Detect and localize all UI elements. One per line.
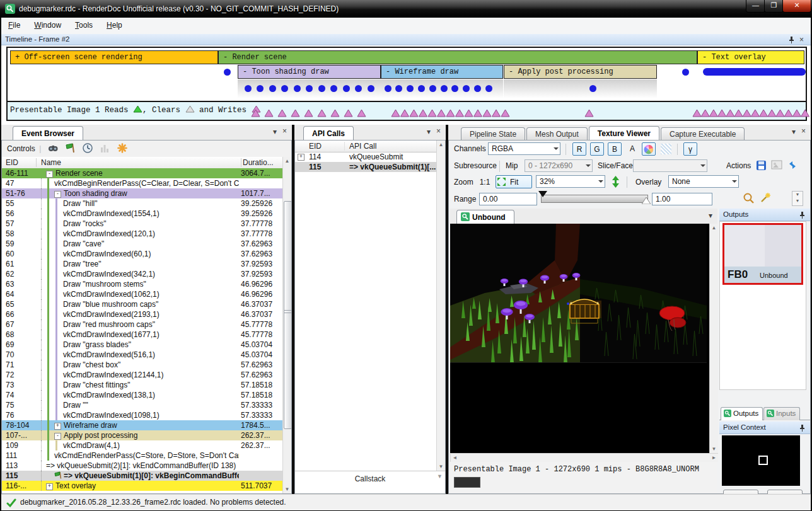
chevron-down-icon[interactable]: ▼ (437, 473, 443, 479)
channel-a-toggle[interactable]: A (625, 142, 639, 156)
open-image-icon[interactable] (771, 160, 782, 170)
event-row-67[interactable]: 67Draw "red mushroom caps"45.77778 (2, 319, 282, 330)
event-row-51-76[interactable]: 51-76-Toon shading draw1017.7... (2, 188, 282, 198)
column-eid[interactable]: EID (6, 157, 18, 168)
event-row-59[interactable]: 59Draw "cave"37.62963 (2, 239, 282, 249)
api-calls-scrollbar[interactable]: ▲ ▼ (436, 141, 445, 471)
event-row-115[interactable]: 115=> vkQueueSubmit(1)[0]: vkBeginComman… (2, 471, 282, 481)
event-row-72[interactable]: 72vkCmdDrawIndexed(12144,1)57.62963 (2, 370, 282, 380)
chevron-down-icon[interactable]: ▾ (427, 127, 431, 136)
column-eid[interactable]: EID (309, 141, 322, 152)
time-draws-icon[interactable] (82, 142, 93, 154)
tab-outputs[interactable]: Outputs (721, 407, 763, 420)
fb0-thumbnail[interactable]: FB0 Unbound (722, 223, 803, 285)
menu-help[interactable]: Help (100, 18, 129, 33)
drawcall-dot[interactable] (343, 85, 350, 92)
timeline-panel-header[interactable]: Timeline - Frame #2 × (1, 34, 811, 45)
timeline-bar--off-screen-scene-rendering[interactable]: + Off-screen scene rendering (10, 50, 218, 64)
range-options-button[interactable]: ▾▾ (792, 191, 803, 206)
drawcall-dot[interactable] (474, 85, 481, 92)
pin-icon[interactable] (799, 211, 806, 219)
event-row-116-...[interactable]: 116-...+Text overlay511.7037 (2, 481, 282, 491)
event-row-56[interactable]: 56vkCmdDrawIndexed(1554,1)39.25926 (2, 209, 282, 219)
expand-icon[interactable]: + (46, 483, 53, 490)
colorwheel-toggle[interactable] (642, 142, 656, 156)
event-row-75[interactable]: 75Draw ""57.33333 (2, 400, 282, 410)
close-icon[interactable]: × (436, 127, 441, 135)
drawcall-dot[interactable] (441, 85, 448, 92)
drawcall-dot[interactable] (257, 85, 264, 92)
drawcall-dot[interactable] (451, 85, 458, 92)
event-row-55[interactable]: 55Draw "hill"39.25926 (2, 198, 282, 209)
menu-window[interactable]: Window (27, 18, 68, 33)
canvas-hscrollbar[interactable]: ◄ ► (450, 453, 718, 462)
menu-tools[interactable]: Tools (68, 18, 100, 33)
timeline-graph[interactable]: + Off-screen scene rendering- Render sce… (6, 47, 807, 102)
column-name[interactable]: Name (41, 157, 61, 168)
event-row-111[interactable]: 111vkCmdEndRenderPass(C=Store, D=Store, … (2, 451, 282, 461)
usage-marker-group[interactable] (391, 108, 520, 120)
maximize-button[interactable]: ❐ (764, 0, 784, 13)
usage-marker-group[interactable] (692, 108, 812, 120)
mip-select[interactable]: 0 - 1272x690 (525, 159, 593, 172)
timeline-bar--toon-shading-draw[interactable]: - Toon shading draw (238, 65, 381, 79)
event-row-113[interactable]: 113=> vkQueueSubmit(2)[1]: vkEndCommandB… (2, 461, 282, 471)
drawcall-dot[interactable] (418, 85, 425, 92)
event-row-71[interactable]: 71Draw "chest box"57.62963 (2, 360, 282, 370)
collapse-icon[interactable]: - (46, 171, 53, 178)
drawcall-dot[interactable] (269, 85, 276, 92)
drawcall-dot[interactable] (463, 85, 470, 92)
event-row-62[interactable]: 62vkCmdDrawIndexed(342,1)37.92593 (2, 269, 282, 279)
usage-marker-group[interactable] (251, 108, 380, 120)
pixel-context-view[interactable] (722, 435, 800, 486)
event-row-76[interactable]: 76vkCmdDrawIndexed(1098,1)57.33333 (2, 410, 282, 420)
channels-select[interactable]: RGBA (488, 142, 560, 155)
column-duration[interactable]: Duratio... (243, 157, 274, 168)
tab-api-calls[interactable]: API Calls (303, 126, 354, 141)
event-row-78-104[interactable]: 78-104+Wireframe draw1784.5... (2, 420, 282, 430)
pixel-context-header[interactable]: Pixel Context (719, 422, 810, 434)
timeline-bar--apply-post-processing[interactable]: - Apply post processing (504, 65, 657, 79)
alpha-checker-icon[interactable] (661, 144, 671, 154)
channel-g-toggle[interactable]: G (590, 142, 604, 156)
event-row-107-...[interactable]: 107-...-Apply post processing262.37... (2, 430, 282, 440)
jump-to-bookmark-icon[interactable] (65, 142, 76, 154)
event-row-61[interactable]: 61Draw "tree"37.92593 (2, 259, 282, 269)
flip-y-icon[interactable] (612, 176, 620, 188)
save-icon[interactable] (756, 160, 767, 171)
channel-r-toggle[interactable]: R (572, 142, 586, 156)
drawcall-dot[interactable] (330, 85, 337, 92)
api-call-row-115[interactable]: 115=> vkQueueSubmit(1)[... (295, 162, 436, 172)
close-icon[interactable]: × (801, 127, 806, 135)
pin-icon[interactable] (799, 424, 806, 432)
drawcall-dot[interactable] (355, 85, 362, 92)
event-browser-columns[interactable]: EID Name Duratio... (2, 157, 282, 169)
range-black-handle[interactable] (538, 191, 547, 197)
overlay-select[interactable]: None (668, 175, 739, 188)
title-bar[interactable]: debugmarker.rdc - RenderDoc Unofficial r… (0, 0, 812, 18)
texture-canvas[interactable] (450, 224, 709, 453)
tab-texture-viewer[interactable]: Texture Viewer (589, 126, 659, 141)
canvas-vscrollbar[interactable]: ▲ ▼ (709, 224, 718, 453)
drawcall-dot[interactable] (281, 85, 288, 92)
expand-icon[interactable]: + (298, 154, 304, 161)
event-row-63[interactable]: 63Draw "mushroom stems"46.96296 (2, 279, 282, 289)
drawcall-dot[interactable] (385, 85, 392, 92)
event-row-58[interactable]: 58vkCmdDrawIndexed(120,1)37.77778 (2, 229, 282, 239)
tab-inputs[interactable]: Inputs (763, 407, 800, 420)
zoom-1to1-button[interactable]: 1:1 (477, 176, 493, 189)
drawcall-dot[interactable] (224, 69, 231, 76)
channel-b-toggle[interactable]: B (608, 142, 622, 156)
event-row-73[interactable]: 73Draw "chest fittings"57.18518 (2, 380, 282, 390)
gamma-toggle[interactable]: γ (683, 142, 697, 156)
event-row-46-111[interactable]: 46-111-Render scene3064.7... (2, 168, 282, 178)
scroll-up-icon[interactable]: ▲ (283, 157, 291, 165)
expand-icon[interactable]: + (54, 423, 61, 430)
scroll-right-icon[interactable]: ► (710, 454, 718, 462)
drawcall-dot[interactable] (368, 85, 374, 92)
refresh-arrows-icon[interactable] (787, 159, 798, 171)
range-min-input[interactable]: 0.00 (479, 193, 537, 205)
outputs-header[interactable]: Outputs (719, 209, 810, 221)
drawcall-dot[interactable] (682, 69, 689, 76)
event-row-64[interactable]: 64vkCmdDrawIndexed(1062,1)46.96296 (2, 289, 282, 299)
